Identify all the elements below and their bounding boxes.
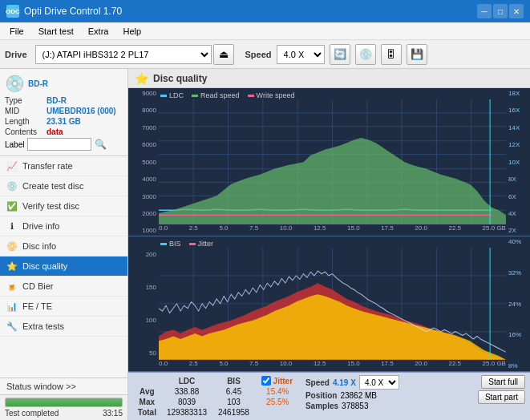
chart1-plot <box>159 99 506 224</box>
read-speed-legend-label: Read speed <box>200 91 240 99</box>
create-test-disc-label: Create test disc <box>22 181 83 191</box>
chart2-y-axis-right: 40% 32% 24% 16% 8% <box>506 236 530 371</box>
jitter-header-label: Jitter <box>273 377 293 386</box>
speed-value: 4.19 X <box>333 378 356 387</box>
menu-help[interactable]: Help <box>116 25 148 38</box>
content-area: ⭐ Disc quality LDC Read speed <box>128 69 530 420</box>
sidebar-item-transfer-rate[interactable]: 📈 Transfer rate <box>0 156 127 176</box>
stats-header-empty <box>133 375 161 386</box>
speed-label: Speed <box>305 378 330 387</box>
jitter-legend-label: Jitter <box>198 240 214 248</box>
chart2-legend: BIS Jitter <box>160 240 213 248</box>
progress-bar-inner <box>6 398 122 406</box>
save-button[interactable]: 💾 <box>407 44 427 65</box>
avg-row-label: Avg <box>133 386 161 397</box>
position-value: 23862 MB <box>340 391 377 400</box>
chart2-container: BIS Jitter 200 150 100 50 40% <box>128 236 530 372</box>
disc-info-icon: 📀 <box>6 240 18 252</box>
disc-mid-field: MID UMEBDR016 (000) <box>5 107 123 115</box>
label-input[interactable] <box>27 138 91 151</box>
bis-legend: BIS <box>160 240 181 248</box>
menu-start-test[interactable]: Start test <box>32 25 80 38</box>
length-value: 23.31 GB <box>47 117 81 126</box>
sidebar-item-extra-tests[interactable]: 🔧 Extra tests <box>0 317 127 337</box>
disc-quality-icon: ⭐ <box>6 260 18 272</box>
verify-test-disc-icon: ✅ <box>6 200 18 212</box>
speed-position-panel: Speed 4.19 X 4.0 X Position 23862 MB Sam… <box>305 375 473 410</box>
sidebar-item-verify-test-disc[interactable]: ✅ Verify test disc <box>0 196 127 216</box>
chart1-x-axis: 0.0 2.5 5.0 7.5 10.0 12.5 15.0 17.5 20.0… <box>159 224 506 236</box>
maximize-button[interactable]: □ <box>493 4 508 18</box>
extra-tests-icon: 🔧 <box>6 321 18 332</box>
speed-label: Speed <box>245 50 272 59</box>
chart2-plot <box>159 248 506 360</box>
disc-length-field: Length 23.31 GB <box>5 117 123 126</box>
avg-jitter: 15.4% <box>255 386 301 397</box>
ldc-legend-label: LDC <box>169 91 184 99</box>
transfer-rate-icon: 📈 <box>6 160 18 172</box>
title-bar: ODC Opti Drive Control 1.70 ─ □ ✕ <box>0 0 530 22</box>
start-part-button[interactable]: Start part <box>478 390 525 404</box>
settings-button[interactable]: 🎛 <box>381 44 402 65</box>
disc-type-field: Type BD-R <box>5 96 123 105</box>
close-button[interactable]: ✕ <box>509 4 524 18</box>
title-bar-left: ODC Opti Drive Control 1.70 <box>6 5 122 18</box>
fe-te-label: FE / TE <box>22 301 52 311</box>
refresh-button[interactable]: 🔄 <box>330 44 350 65</box>
sidebar-item-disc-info[interactable]: 📀 Disc info <box>0 236 127 256</box>
type-label: Type <box>5 96 45 105</box>
samples-row: Samples 378853 <box>305 402 473 410</box>
disc-button[interactable]: 💿 <box>355 44 376 65</box>
menu-extra[interactable]: Extra <box>82 25 115 38</box>
disc-type-badge: BD-R <box>28 79 48 88</box>
mid-value: UMEBDR016 (000) <box>47 107 116 115</box>
ldc-legend: LDC <box>160 91 184 99</box>
sidebar-item-cd-bier[interactable]: 🍺 CD Bier <box>0 277 127 297</box>
speed-select-stats[interactable]: 4.0 X <box>359 375 399 390</box>
write-speed-legend-label: Write speed <box>257 91 295 99</box>
mid-label: MID <box>5 107 45 115</box>
drive-select[interactable]: (J:) ATAPI iHBS312 2 PL17 <box>35 45 212 64</box>
action-buttons: Start full Start part <box>478 375 525 404</box>
sidebar-item-disc-quality[interactable]: ⭐ Disc quality <box>0 256 127 277</box>
total-jitter <box>255 407 301 418</box>
samples-label: Samples <box>305 402 338 410</box>
start-full-button[interactable]: Start full <box>481 375 525 389</box>
label-row: Label 🔍 <box>5 138 123 151</box>
stats-header-ldc: LDC <box>161 375 213 386</box>
label-icon[interactable]: 🔍 <box>95 139 107 150</box>
bis-legend-label: BIS <box>169 240 181 248</box>
sidebar-item-fe-te[interactable]: 📊 FE / TE <box>0 297 127 317</box>
drive-info-label: Drive info <box>22 221 59 231</box>
disc-quality-header: ⭐ Disc quality <box>128 69 530 88</box>
eject-button[interactable]: ⏏ <box>213 44 234 65</box>
status-window-button[interactable]: Status window >> <box>0 378 127 395</box>
contents-label: Contents <box>5 127 45 136</box>
avg-bis: 6.45 <box>212 386 254 397</box>
speed-select[interactable]: 4.0 X <box>277 45 325 64</box>
label-label: Label <box>5 140 24 149</box>
avg-ldc: 338.88 <box>161 386 213 397</box>
cd-bier-icon: 🍺 <box>6 281 18 292</box>
verify-test-disc-label: Verify test disc <box>22 201 79 211</box>
jitter-checkbox[interactable] <box>261 376 271 386</box>
max-bis: 103 <box>212 397 254 407</box>
menu-file[interactable]: File <box>3 25 30 38</box>
sidebar-item-drive-info[interactable]: ℹ Drive info <box>0 216 127 236</box>
read-speed-legend: Read speed <box>192 91 240 99</box>
speed-info-row: Speed 4.19 X 4.0 X <box>305 375 473 390</box>
minimize-button[interactable]: ─ <box>477 4 492 18</box>
max-jitter: 25.5% <box>255 397 301 407</box>
status-text-row: Test completed 33:15 <box>5 409 123 418</box>
jitter-checkbox-row: Jitter <box>261 376 297 386</box>
title-controls: ─ □ ✕ <box>477 4 524 18</box>
cd-bier-label: CD Bier <box>22 281 54 291</box>
chart1-legend: LDC Read speed Write speed <box>160 91 294 99</box>
status-time: 33:15 <box>103 409 123 418</box>
drive-toolbar: Drive (J:) ATAPI iHBS312 2 PL17 ⏏ Speed … <box>0 40 530 69</box>
app-icon: ODC <box>6 5 19 18</box>
sidebar-item-create-test-disc[interactable]: 💿 Create test disc <box>0 176 127 196</box>
charts-area: LDC Read speed Write speed 9000 8000 7 <box>128 88 530 372</box>
position-row: Position 23862 MB <box>305 391 473 400</box>
chart1-y-axis-left: 9000 8000 7000 6000 5000 4000 3000 2000 … <box>128 88 159 236</box>
